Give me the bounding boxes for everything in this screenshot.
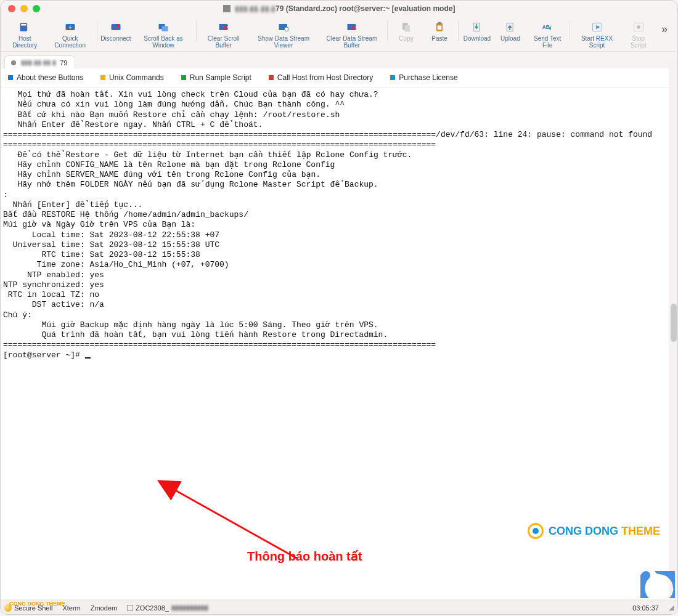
status-shell[interactable]: Secure Shell CONG DONG THEME: [4, 604, 52, 612]
terminal-line: Nhấn [Enter] để tiếp tục...: [3, 200, 676, 210]
terminal-line: Chú ý:: [3, 310, 676, 320]
vertical-scrollbar[interactable]: [669, 60, 677, 599]
toolbar-upload-button[interactable]: Upload: [494, 19, 527, 43]
svg-rect-1: [21, 24, 26, 26]
terminal-line: [root@server ~]#: [3, 351, 676, 360]
terminal-output[interactable]: Mọi thứ đã hoàn tất. Xin vui lòng check …: [1, 87, 677, 599]
svg-point-9: [285, 27, 289, 31]
logfile-icon: [127, 605, 133, 611]
svg-rect-21: [637, 26, 640, 29]
toolbar-label: Copy: [399, 35, 413, 42]
bullet-icon: [100, 75, 105, 80]
toolbar-start-rexx-script-button[interactable]: Start REXX Script: [572, 19, 622, 50]
action-about-these-buttons[interactable]: About these Buttons: [6, 72, 86, 83]
terminal-line: Time zone: Asia/Ho_Chi_Minh (+07, +0700): [3, 260, 676, 270]
toolbar-quick-connection-button[interactable]: Quick Connection: [46, 19, 95, 50]
toolbar-label: Show Data Stream Viewer: [253, 35, 315, 49]
toolbar-clear-data-stream-buffer-button[interactable]: Clear Data Stream Buffer: [319, 19, 386, 50]
toolbar-label: Paste: [431, 35, 447, 42]
stop-icon: [630, 20, 647, 34]
terminal-line: ========================================…: [3, 340, 676, 350]
terminal-line: :: [3, 190, 676, 200]
copy-icon: [398, 20, 415, 34]
bullet-icon: [390, 75, 395, 80]
scrollbar-thumb[interactable]: [671, 304, 677, 342]
bolt-icon: [62, 20, 79, 34]
terminal-line: Múi giờ Backup mặc định hàng ngày là lúc…: [3, 320, 676, 330]
terminal-line: Bắt đầu RESTORE Hệ thống /home/admin/adm…: [3, 210, 676, 220]
unplug-icon: [107, 20, 125, 34]
svg-point-22: [11, 60, 16, 65]
svg-rect-15: [438, 26, 442, 30]
toolbar-overflow-button[interactable]: »: [655, 19, 674, 39]
toolbar-label: Host Directory: [8, 35, 42, 49]
play-icon: [589, 20, 606, 34]
status-corner-grip[interactable]: ◢: [669, 604, 674, 612]
session-tab-strip: ▮▮▮.▮▮.▮▮.▮79: [1, 52, 677, 68]
eye-icon: [275, 20, 292, 34]
toolbar-host-directory-button[interactable]: Host Directory: [4, 19, 46, 50]
svg-rect-12: [405, 25, 410, 32]
status-bar: Secure Shell CONG DONG THEME Xterm Zmode…: [1, 601, 677, 614]
svg-rect-14: [438, 22, 441, 24]
toolbar-send-text-file-button[interactable]: ABSend Text File: [527, 19, 568, 50]
sendtext-icon: AB: [539, 20, 556, 34]
bullet-icon: [8, 75, 13, 80]
svg-point-4: [116, 24, 120, 27]
toolbar-clear-scroll-buffer-button[interactable]: Clear Scroll Buffer: [198, 19, 249, 50]
bullet-icon: [269, 75, 274, 80]
toolbar-copy-button: Copy: [390, 19, 423, 43]
download-icon: [468, 20, 486, 34]
quick-actions-bar: About these ButtonsUnix CommandsRun Samp…: [1, 68, 677, 87]
terminal-line: DST active: n/a: [3, 300, 676, 310]
win-x-icon: [343, 20, 361, 34]
toolbar-paste-button[interactable]: Paste: [423, 19, 456, 43]
status-shell-label: Secure Shell CONG DONG THEME: [14, 604, 52, 612]
tab-host-suffix: 79: [60, 59, 67, 67]
terminal-line: ========================================…: [3, 130, 676, 140]
window-title: ▮▮▮.▮▮.▮▮.▮79 (Standard.zoc) root@server…: [1, 4, 677, 13]
toolbar-label: Stop Script: [626, 35, 651, 49]
terminal-line: Hãy chỉnh CONFIG_NAME là tên Rclone mà b…: [3, 160, 676, 170]
upload-icon: [502, 20, 519, 34]
toolbar-label: Download: [464, 35, 491, 42]
status-transfer[interactable]: Zmodem: [91, 604, 117, 612]
terminal-line: RTC time: Sat 2023-08-12 15:55:38: [3, 250, 676, 260]
toolbar-label: Clear Scroll Buffer: [202, 35, 245, 49]
status-clock: 03:05:37: [632, 604, 659, 612]
status-emulation[interactable]: Xterm: [62, 604, 80, 612]
action-run-sample-script[interactable]: Run Sample Script: [179, 72, 254, 83]
watermark-overlay-small: CONG DONG THEME: [9, 601, 65, 607]
toolbar-download-button[interactable]: Download: [460, 19, 494, 43]
action-purchase-license[interactable]: Purchase License: [388, 72, 460, 83]
toolbar-label: Disconnect: [100, 35, 131, 42]
action-label: About these Buttons: [17, 73, 83, 82]
bullet-icon: [181, 75, 186, 80]
terminal-line: Local time: Sat 2023-08-12 22:55:38 +07: [3, 230, 676, 240]
action-label: Purchase License: [399, 73, 457, 82]
status-logfile[interactable]: ZOC2308_▮▮▮▮▮▮▮▮▮▮: [127, 604, 208, 612]
win-x-icon: [215, 20, 232, 34]
action-unix-commands[interactable]: Unix Commands: [98, 72, 166, 83]
toolbar-scroll-back-as-window-button[interactable]: Scroll Back as Window: [133, 19, 194, 50]
svg-text:AB: AB: [542, 24, 550, 30]
session-tab[interactable]: ▮▮▮.▮▮.▮▮.▮79: [4, 55, 75, 68]
terminal-line: Để có thể Restore - Get dữ liệu từ Inter…: [3, 150, 676, 160]
action-call-host-from-host-directory[interactable]: Call Host from Host Directory: [266, 72, 375, 83]
action-label: Run Sample Script: [190, 73, 251, 82]
toolbar-label: Quick Connection: [49, 35, 91, 49]
window-titlebar: ▮▮▮.▮▮.▮▮.▮79 (Standard.zoc) root@server…: [1, 1, 677, 17]
terminal-cursor: [85, 357, 91, 359]
toolbar-stop-script-button: Stop Script: [622, 19, 655, 50]
terminal-line: Nếu chưa có xin vui lòng làm đúng hướng …: [3, 100, 676, 110]
toolbar-show-data-stream-viewer-button[interactable]: Show Data Stream Viewer: [249, 19, 319, 50]
book-icon: [16, 20, 33, 34]
svg-rect-6: [162, 26, 168, 31]
terminal-line: Múi giờ và Ngày Giờ trên VPS của Bạn là:: [3, 220, 676, 230]
toolbar-label: Scroll Back as Window: [136, 35, 190, 49]
paste-icon: [431, 20, 448, 34]
watermark-icon: [528, 523, 544, 539]
terminal-line: Hãy chỉnh SERVER_NAME đúng với tên trong…: [3, 170, 676, 180]
toolbar-disconnect-button[interactable]: Disconnect: [99, 19, 133, 43]
toolbar-label: Start REXX Script: [576, 35, 618, 49]
